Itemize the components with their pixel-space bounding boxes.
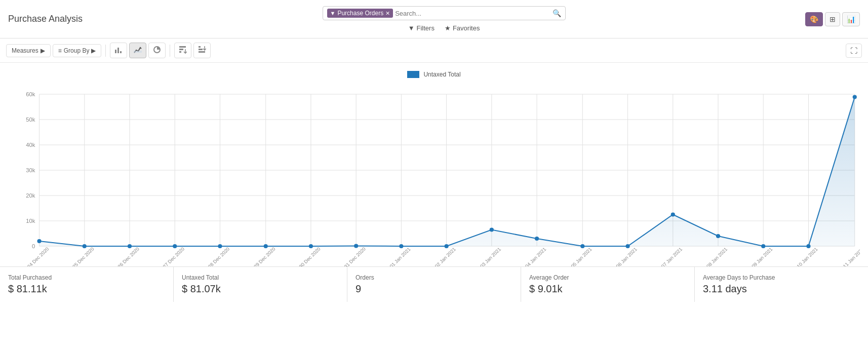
svg-point-48 <box>173 244 177 248</box>
stat-average-order: Average Order $ 9.01k <box>521 267 695 302</box>
svg-text:31 Dec 2020: 31 Dec 2020 <box>343 246 367 266</box>
svg-point-55 <box>490 228 494 232</box>
svg-point-62 <box>806 244 810 248</box>
svg-text:24 Dec 2020: 24 Dec 2020 <box>26 246 50 266</box>
header-right: 🎨 ⊞ 📊 <box>805 12 860 26</box>
groupby-button[interactable]: ≡ Group By ▶ <box>53 44 102 57</box>
chart-bar-button[interactable] <box>110 43 127 58</box>
stat-untaxed-total-label: Untaxed Total <box>182 274 339 281</box>
stat-total-purchased-value: $ 81.11k <box>8 283 165 295</box>
svg-text:04 Jan 2021: 04 Jan 2021 <box>524 246 547 266</box>
view-chart-button[interactable]: 📊 <box>842 12 860 26</box>
legend-label: Untaxed Total <box>423 71 460 78</box>
svg-rect-10 <box>199 51 205 53</box>
svg-point-53 <box>399 244 403 248</box>
svg-text:07 Jan 2021: 07 Jan 2021 <box>660 246 683 266</box>
sort-asc-icon <box>179 46 187 54</box>
stat-untaxed-total-value: $ 81.07k <box>182 283 339 295</box>
svg-text:06 Jan 2021: 06 Jan 2021 <box>615 246 638 266</box>
svg-point-54 <box>445 244 449 248</box>
svg-text:20k: 20k <box>26 192 35 199</box>
svg-point-51 <box>309 244 313 248</box>
stat-avg-days-label: Average Days to Purchase <box>703 274 860 281</box>
sort-ascending-button[interactable] <box>174 43 191 58</box>
svg-rect-2 <box>120 51 122 53</box>
stat-average-order-value: $ 9.01k <box>529 283 686 295</box>
measures-button[interactable]: Measures ▶ <box>6 44 51 57</box>
svg-point-61 <box>761 244 765 248</box>
stat-average-order-label: Average Order <box>529 274 686 281</box>
filter-tag-close[interactable]: ✕ <box>385 10 390 17</box>
svg-rect-5 <box>179 51 181 53</box>
chart-pie-button[interactable] <box>148 43 166 58</box>
stats-bar: Total Purchased $ 81.11k Untaxed Total $… <box>0 266 868 302</box>
sort-desc-icon <box>198 46 206 54</box>
header: Purchase Analysis ▼ Purchase Orders ✕ 🔍 … <box>0 0 868 38</box>
svg-text:05 Jan 2021: 05 Jan 2021 <box>570 246 593 266</box>
chart-area: Untaxed Total 0 10k 20k 30k 40k 50k 60k <box>0 63 868 266</box>
favorites-button[interactable]: ★ Favorites <box>445 24 480 32</box>
svg-point-60 <box>716 234 720 238</box>
filter-tag[interactable]: ▼ Purchase Orders ✕ <box>327 9 393 18</box>
filters-icon: ▼ <box>408 24 415 32</box>
svg-text:27 Dec 2020: 27 Dec 2020 <box>162 246 185 266</box>
stat-total-purchased-label: Total Purchased <box>8 274 165 281</box>
groupby-label: Group By <box>64 47 90 54</box>
groupby-arrow-icon: ▶ <box>91 47 96 54</box>
stat-orders-label: Orders <box>356 274 512 281</box>
chart-line-button[interactable] <box>129 43 146 58</box>
svg-point-59 <box>671 213 675 217</box>
line-chart-icon <box>134 46 142 54</box>
svg-text:40k: 40k <box>26 142 35 148</box>
svg-point-47 <box>128 244 132 248</box>
filter-tag-label: Purchase Orders <box>337 10 383 17</box>
svg-text:08 Jan 2021: 08 Jan 2021 <box>705 246 729 266</box>
toolbar: Measures ▶ ≡ Group By ▶ ⛶ <box>0 38 868 63</box>
measures-label: Measures <box>12 47 38 54</box>
pie-chart-icon <box>153 46 161 54</box>
svg-point-58 <box>625 244 629 248</box>
measures-arrow-icon: ▶ <box>41 47 45 54</box>
bar-chart-icon <box>114 46 123 54</box>
svg-rect-9 <box>199 49 203 50</box>
search-input[interactable] <box>395 10 552 17</box>
svg-text:03 Jan 2021: 03 Jan 2021 <box>479 246 502 266</box>
stat-avg-days: Average Days to Purchase 3.11 days <box>695 267 868 302</box>
sort-descending-button[interactable] <box>193 43 211 58</box>
svg-text:02 Jan 2021: 02 Jan 2021 <box>433 246 457 266</box>
page-title: Purchase Analysis <box>8 14 83 24</box>
chart-svg: 0 10k 20k 30k 40k 50k 60k <box>8 84 860 266</box>
svg-text:09 Jan 2021: 09 Jan 2021 <box>751 246 774 266</box>
toolbar-separator-1 <box>105 45 106 57</box>
stat-orders: Orders 9 <box>347 267 521 302</box>
svg-point-50 <box>264 244 268 248</box>
filters-button[interactable]: ▼ Filters <box>408 24 435 32</box>
svg-text:28 Dec 2020: 28 Dec 2020 <box>207 246 230 266</box>
svg-text:60k: 60k <box>26 91 35 97</box>
svg-text:11 Jan 2021: 11 Jan 2021 <box>842 246 860 266</box>
view-grid-button[interactable]: ⊞ <box>825 12 840 26</box>
svg-rect-7 <box>179 46 186 48</box>
svg-text:26 Dec 2020: 26 Dec 2020 <box>116 246 140 266</box>
chart-container: 0 10k 20k 30k 40k 50k 60k <box>8 84 860 266</box>
svg-text:01 Jan 2021: 01 Jan 2021 <box>388 246 412 266</box>
stat-orders-value: 9 <box>356 283 512 295</box>
header-center: ▼ Purchase Orders ✕ 🔍 ▼ Filters ★ Favori… <box>323 6 566 32</box>
search-bar: ▼ Purchase Orders ✕ 🔍 <box>323 6 566 20</box>
toolbar-separator-2 <box>170 45 170 57</box>
svg-text:10 Jan 2021: 10 Jan 2021 <box>796 246 819 266</box>
filters-label: Filters <box>417 24 435 32</box>
expand-button[interactable]: ⛶ <box>846 44 862 58</box>
svg-rect-1 <box>117 48 119 53</box>
svg-text:30k: 30k <box>26 167 35 173</box>
svg-text:10k: 10k <box>26 218 35 224</box>
search-icon[interactable]: 🔍 <box>553 9 561 17</box>
svg-point-56 <box>535 237 539 241</box>
favorites-label: Favorites <box>453 24 480 32</box>
groupby-icon: ≡ <box>58 47 62 54</box>
header-actions-bar: ▼ Filters ★ Favorites <box>408 24 480 32</box>
view-palette-button[interactable]: 🎨 <box>805 12 823 26</box>
chart-legend: Untaxed Total <box>8 71 860 78</box>
legend-color-swatch <box>407 71 419 78</box>
svg-text:0: 0 <box>32 243 35 249</box>
